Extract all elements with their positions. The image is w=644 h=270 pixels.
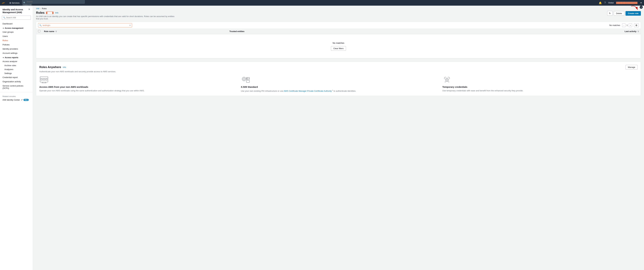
page-info-link[interactable]: Info — [55, 11, 58, 14]
feature-cards: Access AWS from your non AWS workloads O… — [39, 76, 638, 93]
breadcrumb-current: Roles — [42, 7, 47, 10]
pagination-current-page: 1 — [626, 24, 628, 26]
roles-table-container: Role name ▽ Trusted entities Last activi… — [36, 29, 641, 58]
external-link-icon: ↗ — [21, 99, 22, 101]
table-search[interactable]: 🔍 ✕ — [38, 23, 132, 27]
pagination-next-button[interactable]: › — [629, 23, 632, 27]
sidebar-close-button[interactable]: ✕ — [28, 8, 30, 11]
breadcrumb: IAM › Roles — [33, 6, 644, 11]
table-settings-button[interactable]: ⚙ — [634, 23, 639, 27]
svg-point-18 — [446, 79, 448, 80]
feature-1-desc: Operate your non AWS workloads using the… — [39, 89, 234, 92]
help-icon[interactable]: ? — [604, 1, 606, 4]
create-role-button[interactable]: Create role — [626, 11, 641, 16]
feature-card-access-aws: Access AWS from your non AWS workloads O… — [39, 76, 234, 93]
sidebar-item-users[interactable]: Users — [0, 34, 33, 38]
sidebar-item-analyzers[interactable]: Analyzers — [0, 67, 33, 71]
main-content: IAM › Roles Roles ████ Info An IAM role … — [33, 6, 644, 270]
sidebar-item-organization-activity[interactable]: Organization activity — [0, 79, 33, 84]
roles-table: Role name ▽ Trusted entities Last activi… — [36, 29, 641, 58]
sidebar-item-user-groups[interactable]: User groups — [0, 30, 33, 34]
sidebar-section-access-reports[interactable]: ▼ Access reports — [0, 55, 33, 59]
feature-1-title: Access AWS from your non AWS workloads — [39, 86, 234, 88]
global-search[interactable]: 🔍 [Option+S] — [22, 0, 85, 6]
breadcrumb-separator: › — [40, 7, 41, 10]
sidebar-item-credential-report[interactable]: Credential report — [0, 75, 33, 79]
col-role-name[interactable]: Role name ▽ — [42, 29, 228, 34]
sidebar-item-account-settings[interactable]: Account settings — [0, 51, 33, 55]
sidebar-section-access-management[interactable]: ▼ Access management — [0, 26, 33, 30]
roles-anywhere-title: Roles Anywhere — [39, 65, 61, 69]
sidebar-item-dashboard[interactable]: Dashboard — [0, 21, 33, 26]
top-nav-right: 🔔 ? Global ████████████████ ▼ — [599, 1, 642, 4]
page-title: Roles — [36, 11, 44, 14]
roles-anywhere-manage-button[interactable]: Manage — [626, 65, 638, 69]
svg-rect-6 — [46, 79, 47, 80]
feature-3-desc: Use temporary credentials with ease and … — [442, 89, 638, 92]
top-navigation: aws ⊞ Services 🔍 [Option+S] 🔔 ? Global █… — [0, 0, 644, 6]
table-empty-row: No matches Clear filters — [36, 34, 641, 58]
access-aws-icon — [39, 76, 49, 84]
table-search-input[interactable] — [38, 23, 132, 27]
sidebar-search[interactable]: 🔍 — [2, 16, 31, 20]
sidebar-item-service-control-policies[interactable]: Service control policies (SCPs) — [0, 84, 33, 90]
chevron-down-icon-reports: ▼ — [2, 57, 4, 58]
sidebar-item-policies[interactable]: Policies — [0, 42, 33, 47]
select-all-checkbox[interactable] — [38, 30, 40, 32]
sort-last-activity-icon: ▽ — [638, 30, 639, 32]
region-selector[interactable]: Global — [608, 2, 614, 4]
page-header: Roles ████ Info An IAM role is an identi… — [36, 11, 641, 20]
svg-rect-2 — [40, 77, 48, 82]
clear-filters-button[interactable]: Clear filters — [331, 46, 346, 51]
no-matches-label: No matches — [610, 24, 620, 26]
svg-rect-4 — [41, 79, 42, 80]
delete-button[interactable]: Delete — [614, 11, 624, 16]
info-corner-icon[interactable]: ℹ — [640, 6, 643, 9]
new-badge: New — [24, 99, 29, 101]
sidebar-item-roles[interactable]: Roles — [0, 38, 33, 42]
pagination: ‹ 1 › — [622, 23, 632, 27]
svg-rect-16 — [246, 80, 250, 82]
refresh-button[interactable]: ↻ — [607, 11, 612, 16]
svg-rect-5 — [43, 79, 45, 80]
sidebar-title: Identity and Access Management (IAM) — [2, 8, 28, 14]
sort-role-name-icon: ▽ — [56, 30, 57, 32]
global-search-input[interactable] — [22, 0, 85, 3]
feature-3-title: Temporary credentials — [442, 86, 638, 88]
feature-card-temp-creds: Temporary credentials Use temporary cred… — [442, 76, 638, 93]
temp-credentials-icon — [442, 76, 452, 84]
sidebar-item-settings[interactable]: Settings — [0, 71, 33, 75]
feature-2-desc: Use your own existing PKI infrastructure… — [241, 89, 436, 93]
feature-card-x509: X.509 Standard Use your own existing PKI… — [241, 76, 436, 93]
user-menu[interactable]: ████████████████ — [616, 2, 638, 4]
pagination-prev-button[interactable]: ‹ — [622, 23, 626, 27]
expand-icon[interactable]: ▼ — [640, 1, 642, 4]
table-search-clear-button[interactable]: ✕ — [129, 24, 131, 26]
breadcrumb-iam-link[interactable]: IAM — [36, 7, 39, 10]
svg-point-17 — [446, 78, 448, 81]
chevron-down-icon: ▼ — [2, 27, 4, 29]
table-toolbar: 🔍 ✕ No matches ‹ 1 › ⚙ — [36, 22, 641, 29]
sidebar-search-input[interactable] — [2, 16, 31, 20]
search-icon: 🔍 — [23, 2, 26, 4]
grid-icon: ⊞ — [10, 2, 11, 4]
sidebar-item-access-analyzer[interactable]: Access analyzer — [0, 59, 33, 63]
col-last-activity[interactable]: Last activity ▽ — [439, 29, 641, 34]
sidebar-item-archive-rules[interactable]: Archive rules — [0, 63, 33, 67]
external-link-icon-2: ↗ — [332, 89, 333, 91]
sidebar-item-identity-providers[interactable]: Identity providers — [0, 47, 33, 51]
notification-icon[interactable]: 🔔 — [599, 1, 602, 4]
roles-count-badge: ████ — [46, 11, 54, 14]
roles-anywhere-info-link[interactable]: Info — [63, 66, 66, 68]
svg-text:aws: aws — [2, 3, 4, 4]
sidebar-search-icon: 🔍 — [3, 16, 6, 19]
roles-anywhere-description: Authenticate your non AWS workloads and … — [39, 70, 638, 73]
aws-logo[interactable]: aws — [2, 1, 7, 5]
feature-2-title: X.509 Standard — [241, 86, 436, 88]
aws-certificate-manager-link[interactable]: AWS Certificate Manager Private Certific… — [284, 90, 332, 92]
col-trusted-entities[interactable]: Trusted entities — [228, 29, 439, 34]
related-consoles-label: Related consoles — [0, 94, 33, 98]
sidebar-item-iam-identity-center[interactable]: IAM Identity Center ↗ New — [0, 98, 33, 102]
page-description: An IAM role is an identity you can creat… — [36, 15, 177, 20]
services-menu[interactable]: ⊞ Services — [10, 2, 20, 4]
